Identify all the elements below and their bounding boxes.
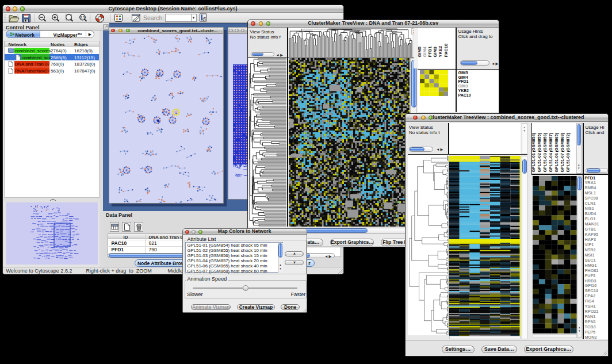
svg-text:GPL51-06 (GSM865): GPL51-06 (GSM865) [554,133,559,173]
svg-text:GPL51-07 (GSM868): GPL51-07 (GSM868) [560,133,565,173]
svg-text:Search:: Search: [143,14,164,21]
svg-text:GPL51-08 (GSM872): GPL51-08 (GSM872) [565,133,571,173]
svg-text:PAC10: PAC10 [443,44,449,58]
svg-text:GPL51-02 (GSM855): GPL51-02 (GSM855) [537,133,542,173]
svg-text:GPL51-01 (GSM854): GPL51-01 (GSM854) [532,133,536,173]
svg-text:GIM4: GIM4 [422,46,427,57]
svg-text:1:1: 1:1 [80,16,85,19]
svg-text:GIM5: GIM5 [418,47,422,57]
svg-text:GPL51-03 (GSM856): GPL51-03 (GSM856) [542,133,548,173]
svg-text:YKE2: YKE2 [438,46,443,58]
svg-text:GIM3: GIM3 [433,47,438,57]
svg-text:PFD1: PFD1 [427,46,433,57]
svg-text:GPL51-04 (GSM857): GPL51-04 (GSM857) [548,133,553,173]
